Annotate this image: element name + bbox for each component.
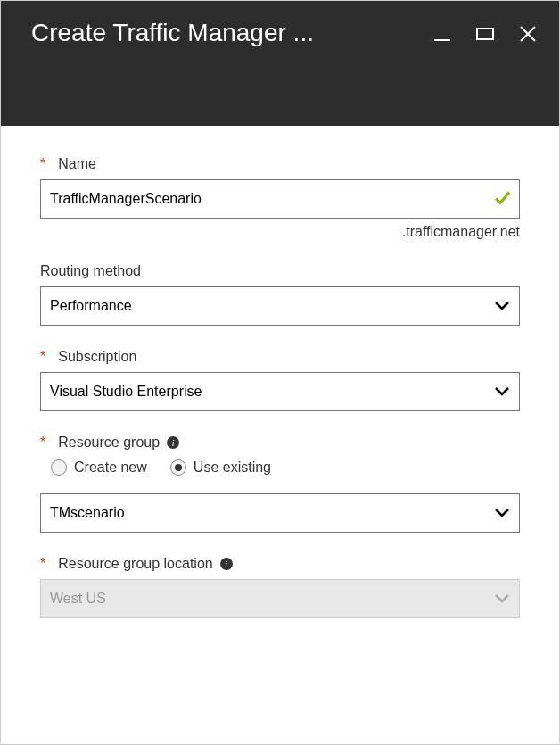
routing-label-text: Routing method: [40, 263, 141, 279]
location-value: West US: [50, 591, 106, 607]
location-label: * Resource group location i: [40, 556, 520, 572]
required-indicator: *: [40, 435, 45, 451]
location-label-text: Resource group location: [58, 556, 212, 572]
checkmark-icon: [493, 189, 511, 210]
required-indicator: *: [40, 156, 45, 172]
resource-group-value: TMscenario: [50, 505, 125, 521]
resource-group-select[interactable]: TMscenario: [40, 493, 520, 533]
chevron-down-icon: [494, 384, 510, 400]
close-icon[interactable]: [518, 24, 538, 44]
subscription-select[interactable]: Visual Studio Enterprise: [40, 372, 520, 411]
resource-group-label-text: Resource group: [58, 435, 160, 451]
minimize-icon[interactable]: [432, 24, 452, 44]
window-controls: [432, 24, 538, 44]
location-select: West US: [40, 579, 520, 618]
chevron-down-icon: [494, 591, 510, 607]
resource-group-radio-group: Create new Use existing: [51, 459, 520, 476]
info-icon[interactable]: i: [167, 436, 179, 449]
chevron-down-icon: [494, 505, 510, 521]
window-title: Create Traffic Manager ...: [31, 19, 415, 47]
create-new-label: Create new: [74, 459, 147, 476]
subscription-label: * Subscription: [40, 349, 520, 365]
use-existing-label: Use existing: [194, 459, 271, 476]
name-label: * Name: [40, 156, 520, 172]
name-input[interactable]: [40, 179, 520, 219]
radio-icon: [51, 459, 67, 476]
required-indicator: *: [40, 349, 45, 365]
name-label-text: Name: [58, 156, 96, 172]
form-body: * Name .trafficmanager.net Routing metho…: [1, 126, 559, 618]
routing-value: Performance: [50, 298, 132, 314]
required-indicator: *: [40, 556, 45, 572]
create-new-radio[interactable]: Create new: [51, 459, 147, 476]
info-icon[interactable]: i: [220, 558, 233, 570]
chevron-down-icon: [494, 298, 510, 314]
maximize-icon[interactable]: [475, 24, 495, 44]
resource-group-label: * Resource group i: [40, 435, 520, 451]
subscription-value: Visual Studio Enterprise: [50, 384, 202, 400]
radio-icon: [170, 459, 186, 476]
routing-method-select[interactable]: Performance: [40, 286, 520, 326]
window-header: Create Traffic Manager ...: [1, 1, 559, 126]
subscription-label-text: Subscription: [58, 349, 136, 365]
use-existing-radio[interactable]: Use existing: [170, 459, 271, 476]
routing-label: Routing method: [40, 263, 520, 279]
svg-rect-1: [477, 29, 493, 39]
name-suffix: .trafficmanager.net: [40, 224, 520, 240]
